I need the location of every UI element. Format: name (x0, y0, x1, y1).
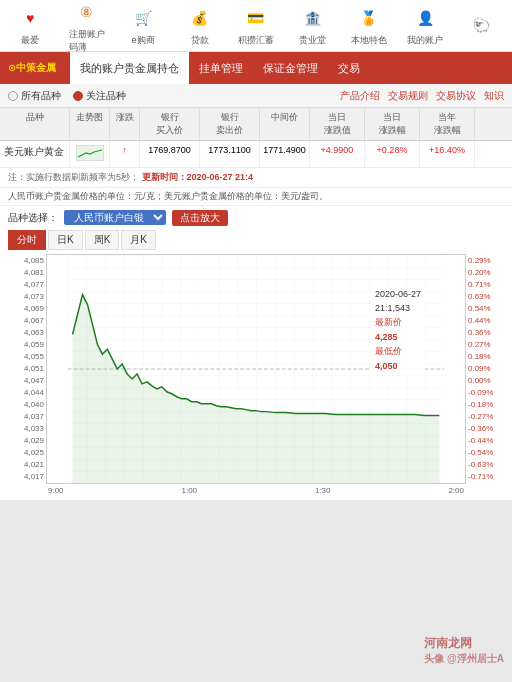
th-buy: 银行买入价 (140, 108, 200, 140)
icon-label-register: 注册账户码薄 (69, 28, 105, 54)
icon-label-loan: 贷款 (191, 34, 209, 47)
sub-nav: 所有品种 关注品种 产品介绍 交易规则 交易协议 知识 (0, 84, 512, 108)
notice-text: 注：实施行数据刷新频率为5秒； (8, 172, 139, 182)
icon-item-local[interactable]: 🏅 本地特色 (343, 4, 395, 47)
heart-icon: ♥ (16, 4, 44, 32)
tab-myaccount[interactable]: 我的账户贵金属持仓 (70, 52, 189, 84)
sub-nav-links: 产品介绍 交易规则 交易协议 知识 (340, 89, 504, 103)
chart-zoom-button[interactable]: 点击放大 (172, 210, 228, 226)
radio-watch-varieties[interactable]: 关注品种 (73, 89, 126, 103)
chart-variety-select[interactable]: 人民币账户白银 (64, 210, 166, 225)
td-trend (70, 141, 110, 167)
radio-dot-all (8, 91, 18, 101)
nav-logo: ⊙中策金属 (0, 52, 70, 84)
svg-rect-0 (76, 145, 104, 161)
icon-item-store[interactable]: 🏦 贵业堂 (286, 4, 338, 47)
icon-label-shop: e购商 (132, 34, 155, 47)
icon-item-shop[interactable]: 🛒 e购商 (117, 4, 169, 47)
icon-label-savings: 积攒汇蓄 (238, 34, 274, 47)
th-day-pct: 当日涨跌幅 (365, 108, 420, 140)
td-change-dir: ↑ (110, 141, 140, 167)
tab-margin[interactable]: 保证金管理 (253, 52, 328, 84)
th-mid: 中间价 (260, 108, 310, 140)
td-mid: 1771.4900 (260, 141, 310, 167)
radio-dot-watch (73, 91, 83, 101)
chart-y-right: 0.29% 0.20% 0.71% 0.63% 0.54% 0.44% 0.36… (466, 254, 504, 484)
watermark-site: 河南龙网 (424, 635, 504, 652)
icon-label-store: 贵业堂 (299, 34, 326, 47)
chart-wrapper: 4,085 4,081 4,077 4,073 4,069 4,067 4,06… (8, 254, 504, 484)
th-change: 涨跌 (110, 108, 140, 140)
icon-label-aixin: 最爱 (21, 34, 39, 47)
radio-all-varieties[interactable]: 所有品种 (8, 89, 61, 103)
top-icon-bar: ♥ 最爱 ⑧ 注册账户码薄 🛒 e购商 💰 贷款 💳 积攒汇蓄 🏦 贵业堂 🏅 … (0, 0, 512, 52)
icon-item-myaccount[interactable]: 👤 我的账户 (399, 4, 451, 47)
x-label-3: 2:00 (448, 486, 464, 495)
medal-icon: 🏅 (355, 4, 383, 32)
logo-subtitle: 金属 (36, 61, 56, 75)
td-year-pct: +16.40% (420, 141, 475, 167)
chart-selector-label: 品种选择： (8, 211, 58, 225)
tab-pending[interactable]: 挂单管理 (189, 52, 253, 84)
chart-info-label2: 最低价 (375, 344, 421, 358)
th-trend: 走势图 (70, 108, 110, 140)
notice-bar: 注：实施行数据刷新频率为5秒； 更新时间：2020-06-27 21:4 (0, 168, 512, 188)
period-tab-month[interactable]: 月K (121, 230, 156, 250)
chart-info-panel: 2020-06-27 21:1,543 最新价 4,285 最低价 4,050 (371, 285, 425, 375)
watermark-user: 头像 @浮州居士A (424, 652, 504, 666)
user-icon: 👤 (411, 4, 439, 32)
td-sell: 1773.1100 (200, 141, 260, 167)
bank-icon: 🏦 (298, 4, 326, 32)
period-tab-fen[interactable]: 分时 (8, 230, 46, 250)
period-tab-week[interactable]: 周K (85, 230, 120, 250)
link-trade-rules[interactable]: 交易规则 (388, 89, 428, 103)
th-sell: 银行卖出价 (200, 108, 260, 140)
icon-item-savings[interactable]: 💳 积攒汇蓄 (230, 4, 282, 47)
icon-item-register[interactable]: ⑧ 注册账户码薄 (61, 0, 113, 54)
bell-icon: ⑧ (73, 0, 101, 26)
icon-item-loan[interactable]: 💰 贷款 (174, 4, 226, 47)
td-buy: 1769.8700 (140, 141, 200, 167)
unit-note: 人民币账户贵金属价格的单位：元/克；美元账户贵金属价格的单位：美元/盎司。 (0, 188, 512, 206)
trend-chart (76, 145, 104, 161)
link-product-intro[interactable]: 产品介绍 (340, 89, 380, 103)
icon-item-aixin[interactable]: ♥ 最爱 (4, 4, 56, 47)
chart-container: 品种选择： 人民币账户白银 点击放大 分时 日K 周K 月K 4,085 4,0… (0, 206, 512, 500)
sheep-icon: 🐑 (468, 11, 496, 39)
chart-main: 2020-06-27 21:1,543 最新价 4,285 最低价 4,050 (46, 254, 466, 484)
th-name: 品种 (0, 108, 70, 140)
table-row: 美元账户黄金 ↑ 1769.8700 1773.1100 1771.4900 +… (0, 141, 512, 168)
notice-update-time: 更新时间：2020-06-27 21:4 (142, 172, 254, 182)
link-knowledge[interactable]: 知识 (484, 89, 504, 103)
x-label-2: 1:30 (315, 486, 331, 495)
radio-label-watch: 关注品种 (86, 89, 126, 103)
nav-tabs: ⊙中策金属 我的账户贵金属持仓 挂单管理 保证金管理 交易 (0, 52, 512, 84)
card-icon: 💳 (242, 4, 270, 32)
logo-text: ⊙中策 (8, 61, 36, 75)
chart-info-label: 最新价 (375, 315, 421, 329)
money-icon: 💰 (186, 4, 214, 32)
chart-info-price: 4,285 (375, 330, 421, 344)
th-year-pct: 当年涨跌幅 (420, 108, 475, 140)
th-day-val: 当日涨跌值 (310, 108, 365, 140)
radio-label-all: 所有品种 (21, 89, 61, 103)
icon-label-myaccount: 我的账户 (407, 34, 443, 47)
table-header: 品种 走势图 涨跌 银行买入价 银行卖出价 中间价 当日涨跌值 当日涨跌幅 当年… (0, 108, 512, 141)
chart-selector-row: 品种选择： 人民币账户白银 点击放大 (8, 210, 504, 226)
icon-item-sheep[interactable]: 🐑 (456, 11, 508, 41)
x-label-0: 9:00 (48, 486, 64, 495)
tab-trade[interactable]: 交易 (328, 52, 370, 84)
chart-y-left: 4,085 4,081 4,077 4,073 4,069 4,067 4,06… (8, 254, 46, 484)
chart-info-date: 2020-06-27 (375, 287, 421, 301)
watermark: 河南龙网 头像 @浮州居士A (424, 635, 504, 666)
chart-info-time: 21:1,543 (375, 301, 421, 315)
unit-note-text: 人民币账户贵金属价格的单位：元/克；美元账户贵金属价格的单位：美元/盎司。 (8, 191, 328, 201)
chart-x-labels: 9:00 1:00 1:30 2:00 (8, 485, 504, 496)
icon-label-local: 本地特色 (351, 34, 387, 47)
period-tab-day[interactable]: 日K (48, 230, 83, 250)
link-trade-agreement[interactable]: 交易协议 (436, 89, 476, 103)
td-day-val: +4.9900 (310, 141, 365, 167)
td-day-pct: +0.28% (365, 141, 420, 167)
chart-info-price2: 4,050 (375, 359, 421, 373)
x-label-1: 1:00 (181, 486, 197, 495)
